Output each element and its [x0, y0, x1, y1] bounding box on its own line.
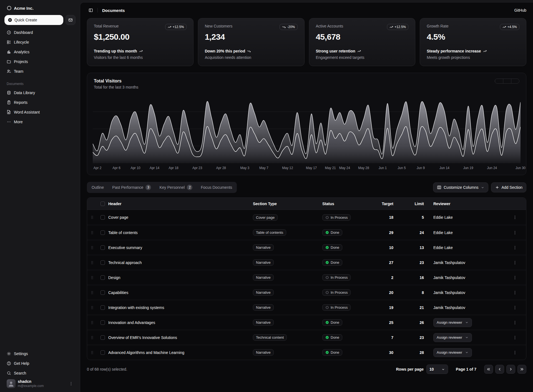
- row-actions-button[interactable]: [511, 213, 519, 221]
- sidebar-footer-item[interactable]: Get Help: [4, 359, 76, 368]
- target-cell[interactable]: 2: [369, 275, 403, 280]
- sidebar-doc-item[interactable]: Reports: [4, 98, 76, 107]
- column-header[interactable]: Status: [322, 202, 369, 206]
- row-checkbox[interactable]: [100, 260, 105, 265]
- target-cell[interactable]: 27: [369, 260, 403, 265]
- sidebar-toggle-button[interactable]: [87, 6, 95, 14]
- row-actions-button[interactable]: [511, 259, 519, 267]
- drag-handle[interactable]: [87, 290, 97, 295]
- row-header-cell[interactable]: Table of contents: [108, 230, 253, 235]
- row-checkbox[interactable]: [100, 245, 105, 250]
- row-checkbox[interactable]: [100, 350, 105, 355]
- quick-create-button[interactable]: Quick Create: [4, 15, 63, 25]
- target-cell[interactable]: 30: [369, 350, 403, 355]
- row-header-cell[interactable]: Executive summary: [108, 245, 253, 250]
- row-actions-button[interactable]: [511, 349, 519, 356]
- drag-handle[interactable]: [87, 350, 97, 355]
- assign-reviewer-select[interactable]: Assign reviewer: [433, 318, 472, 327]
- limit-cell[interactable]: 13: [403, 245, 433, 250]
- brand[interactable]: Acme Inc.: [4, 3, 76, 13]
- column-header[interactable]: Header: [108, 202, 253, 206]
- drag-handle[interactable]: [87, 230, 97, 235]
- row-header-cell[interactable]: Technical approach: [108, 260, 253, 265]
- assign-reviewer-select[interactable]: Assign reviewer: [433, 348, 472, 357]
- target-cell[interactable]: 10: [369, 245, 403, 250]
- row-checkbox[interactable]: [100, 335, 105, 340]
- sidebar-nav-item[interactable]: Analytics: [4, 47, 76, 56]
- row-header-cell[interactable]: Cover page: [108, 215, 253, 220]
- sidebar-doc-item[interactable]: More: [4, 117, 76, 126]
- rows-per-page-select[interactable]: 10: [426, 365, 448, 374]
- limit-cell[interactable]: 28: [403, 350, 433, 355]
- range-toggle-button[interactable]: [503, 79, 511, 83]
- row-actions-button[interactable]: [511, 289, 519, 296]
- limit-cell[interactable]: 16: [403, 275, 433, 280]
- customize-columns-button[interactable]: Customize Columns: [433, 182, 488, 192]
- sidebar-footer-item[interactable]: Search: [4, 368, 76, 378]
- limit-cell[interactable]: 26: [403, 320, 433, 325]
- sidebar-nav-item[interactable]: Projects: [4, 57, 76, 66]
- limit-cell[interactable]: 23: [403, 260, 433, 265]
- row-checkbox[interactable]: [100, 305, 105, 310]
- row-checkbox[interactable]: [100, 320, 105, 325]
- row-actions-button[interactable]: [511, 304, 519, 311]
- pagination-button[interactable]: [506, 365, 515, 374]
- sidebar-footer-item[interactable]: Settings: [4, 349, 76, 358]
- sidebar-doc-item[interactable]: Word Assistant: [4, 107, 76, 117]
- drag-handle[interactable]: [87, 275, 97, 280]
- sidebar-nav-item[interactable]: Dashboard: [4, 28, 76, 37]
- limit-cell[interactable]: 8: [403, 290, 433, 295]
- target-cell[interactable]: 29: [369, 230, 403, 235]
- row-actions-button[interactable]: [511, 244, 519, 252]
- target-cell[interactable]: 25: [369, 320, 403, 325]
- drag-handle[interactable]: [87, 245, 97, 250]
- row-header-cell[interactable]: Integration with existing systems: [108, 305, 253, 310]
- limit-cell[interactable]: 21: [403, 305, 433, 310]
- assign-reviewer-select[interactable]: Assign reviewer: [433, 333, 472, 342]
- target-cell[interactable]: 18: [369, 215, 403, 220]
- more-vertical-icon[interactable]: [69, 381, 73, 386]
- pagination-button[interactable]: [484, 365, 493, 374]
- sidebar-nav-item[interactable]: Lifecycle: [4, 37, 76, 47]
- view-tab[interactable]: Focus Documents: [197, 183, 236, 192]
- row-actions-button[interactable]: [511, 229, 519, 237]
- sidebar-doc-item[interactable]: Data Library: [4, 88, 76, 97]
- limit-cell[interactable]: 24: [403, 230, 433, 235]
- row-checkbox[interactable]: [100, 275, 105, 280]
- add-section-button[interactable]: Add Section: [491, 182, 527, 192]
- pagination-button[interactable]: [495, 365, 504, 374]
- view-tab[interactable]: Outline: [88, 183, 108, 192]
- view-tab[interactable]: Key Personnel 2: [155, 183, 196, 192]
- row-checkbox[interactable]: [100, 215, 105, 220]
- limit-cell[interactable]: 23: [403, 335, 433, 340]
- range-toggle-button[interactable]: [495, 79, 503, 83]
- target-cell[interactable]: 19: [369, 305, 403, 310]
- column-header[interactable]: Section Type: [253, 202, 322, 206]
- row-checkbox[interactable]: [100, 290, 105, 295]
- target-cell[interactable]: 20: [369, 290, 403, 295]
- drag-handle[interactable]: [87, 305, 97, 310]
- row-checkbox[interactable]: [100, 230, 105, 235]
- row-header-cell[interactable]: Capabilities: [108, 290, 253, 295]
- view-tab[interactable]: Past Performance 3: [108, 183, 155, 192]
- row-header-cell[interactable]: Advanced Algorithms and Machine Learning: [108, 350, 253, 355]
- drag-handle[interactable]: [87, 335, 97, 340]
- sidebar-nav-item[interactable]: Team: [4, 67, 76, 76]
- range-toggle-button[interactable]: [511, 79, 519, 83]
- pagination-button[interactable]: [517, 365, 526, 374]
- inbox-button[interactable]: [66, 15, 76, 25]
- row-actions-button[interactable]: [511, 334, 519, 341]
- select-all-checkbox[interactable]: [100, 202, 105, 206]
- column-header[interactable]: Target: [369, 202, 403, 206]
- limit-cell[interactable]: 5: [403, 215, 433, 220]
- row-header-cell[interactable]: Innovation and Advantages: [108, 320, 253, 325]
- row-actions-button[interactable]: [511, 274, 519, 282]
- drag-handle[interactable]: [87, 260, 97, 265]
- drag-handle[interactable]: [87, 320, 97, 325]
- target-cell[interactable]: 7: [369, 335, 403, 340]
- row-actions-button[interactable]: [511, 319, 519, 326]
- column-header[interactable]: Reviewer: [433, 202, 511, 206]
- column-header[interactable]: Limit: [403, 202, 433, 206]
- user-menu[interactable]: shadcn m@example.com: [4, 378, 76, 388]
- row-header-cell[interactable]: Overview of EMR's Innovative Solutions: [108, 335, 253, 340]
